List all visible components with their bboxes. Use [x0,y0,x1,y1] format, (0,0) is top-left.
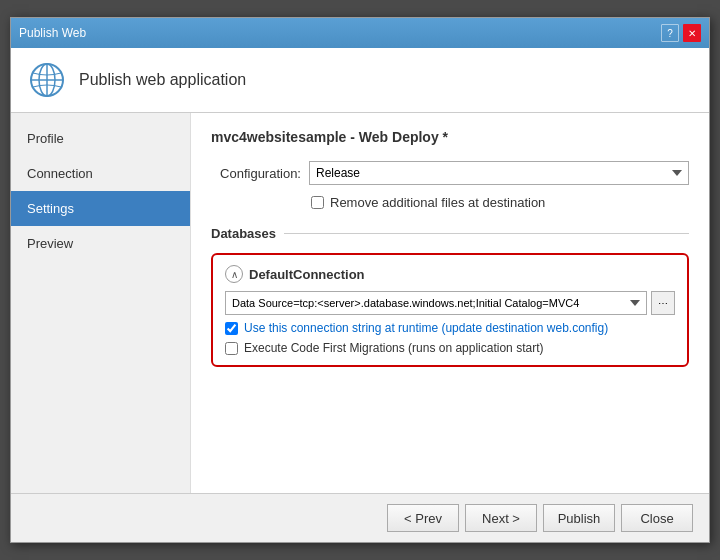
globe-icon [27,60,67,100]
db-connection-name: DefaultConnection [249,267,365,282]
sidebar-item-preview[interactable]: Preview [11,226,190,261]
connection-string-select[interactable]: Data Source=tcp:<server>.database.window… [225,291,647,315]
close-title-button[interactable]: ✕ [683,24,701,42]
execute-code-first-row: Execute Code First Migrations (runs on a… [225,341,675,355]
use-at-runtime-label: Use this connection string at runtime (u… [244,321,608,335]
execute-code-first-label: Execute Code First Migrations (runs on a… [244,341,543,355]
connection-string-row: Data Source=tcp:<server>.database.window… [225,291,675,315]
sidebar-item-settings[interactable]: Settings [11,191,190,226]
remove-files-label: Remove additional files at destination [330,195,545,210]
sidebar-item-connection[interactable]: Connection [11,156,190,191]
remove-files-checkbox[interactable] [311,196,324,209]
default-connection-box: ∧ DefaultConnection Data Source=tcp:<ser… [211,253,689,367]
connection-settings-button[interactable]: ⋯ [651,291,675,315]
execute-code-first-checkbox[interactable] [225,342,238,355]
dialog-title: Publish Web [19,26,86,40]
content-area: Profile Connection Settings Preview mvc4… [11,113,709,493]
db-connection-header: ∧ DefaultConnection [225,265,675,283]
use-at-runtime-checkbox[interactable] [225,322,238,335]
publish-web-dialog: Publish Web ? ✕ Publish web application … [10,17,710,543]
header-title: Publish web application [79,71,246,89]
publish-button[interactable]: Publish [543,504,615,532]
prev-button[interactable]: < Prev [387,504,459,532]
remove-files-row: Remove additional files at destination [211,195,689,210]
title-bar: Publish Web ? ✕ [11,18,709,48]
databases-section-header: Databases [211,226,689,241]
next-button[interactable]: Next > [465,504,537,532]
footer: < Prev Next > Publish Close [11,493,709,542]
use-at-runtime-row: Use this connection string at runtime (u… [225,321,675,335]
close-button[interactable]: Close [621,504,693,532]
page-title: mvc4websitesample - Web Deploy * [211,129,689,145]
configuration-select[interactable]: Release Debug [309,161,689,185]
help-button[interactable]: ? [661,24,679,42]
header-section: Publish web application [11,48,709,113]
sidebar: Profile Connection Settings Preview [11,113,191,493]
collapse-icon[interactable]: ∧ [225,265,243,283]
main-content: mvc4websitesample - Web Deploy * Configu… [191,113,709,493]
sidebar-item-profile[interactable]: Profile [11,121,190,156]
configuration-row: Configuration: Release Debug [211,161,689,185]
configuration-label: Configuration: [211,166,301,181]
title-bar-controls: ? ✕ [661,24,701,42]
